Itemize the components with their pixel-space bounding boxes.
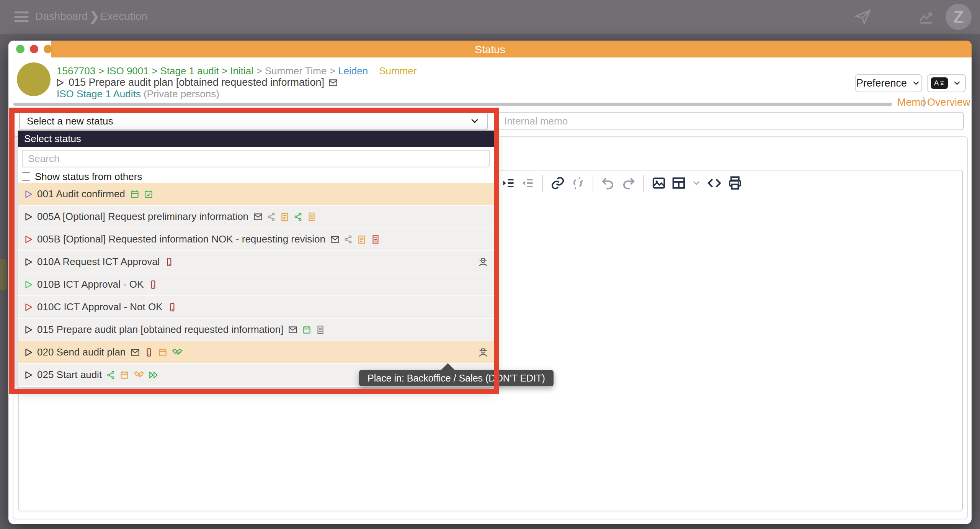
avatar[interactable]: Z bbox=[946, 4, 972, 30]
phone-icon bbox=[167, 302, 177, 312]
search-input[interactable] bbox=[22, 150, 490, 167]
translate-icon: A bbox=[931, 77, 948, 89]
unlink-icon[interactable] bbox=[570, 176, 585, 190]
fast-forward-icon bbox=[149, 370, 158, 380]
record-breadcrumb: 1567703 > ISO 9001 > Stage 1 audit > Ini… bbox=[57, 65, 416, 77]
calendar-icon bbox=[130, 189, 140, 199]
breadcrumb-separator: ❯ bbox=[89, 8, 100, 24]
breadcrumb-stage1[interactable]: Stage 1 audit bbox=[160, 65, 219, 77]
customer-avatar bbox=[17, 62, 51, 96]
envelope-icon bbox=[253, 212, 263, 222]
undo-icon[interactable] bbox=[601, 176, 616, 190]
language-button[interactable]: A bbox=[927, 74, 966, 92]
status-option-010B[interactable]: 010B ICT Approval - OK bbox=[18, 274, 494, 296]
status-option-010C[interactable]: 010C ICT Approval - Not OK bbox=[18, 296, 494, 319]
spy-icon bbox=[478, 347, 488, 358]
envelope-icon bbox=[130, 347, 140, 357]
tooltip: Place in: Backoffice / Sales (DON'T EDIT… bbox=[359, 370, 554, 386]
workflow-suffix: (Private persons) bbox=[144, 88, 219, 100]
play-icon bbox=[23, 302, 33, 312]
breadcrumb-summer-time: Summer Time bbox=[265, 65, 327, 77]
note-icon bbox=[280, 212, 290, 222]
handshake-icon bbox=[172, 347, 183, 358]
chart-line-icon[interactable] bbox=[918, 9, 934, 25]
workflow-link[interactable]: ISO Stage 1 Audits bbox=[57, 88, 141, 100]
menu-icon[interactable] bbox=[14, 11, 29, 22]
image-icon[interactable] bbox=[652, 176, 666, 190]
chevron-down-icon[interactable] bbox=[691, 178, 701, 188]
dropdown-header: Select status bbox=[18, 131, 494, 147]
play-icon bbox=[23, 370, 33, 380]
link-icon[interactable] bbox=[550, 176, 565, 190]
envelope-icon bbox=[328, 78, 338, 88]
status-option-015[interactable]: 015 Prepare audit plan [obtained request… bbox=[18, 319, 494, 341]
play-icon bbox=[23, 234, 33, 244]
calendar-icon bbox=[302, 325, 312, 335]
breadcrumb-iso9001[interactable]: ISO 9001 bbox=[107, 65, 149, 77]
play-icon bbox=[23, 325, 33, 335]
code-icon[interactable] bbox=[707, 175, 722, 191]
document-icon bbox=[307, 212, 317, 222]
show-status-checkbox[interactable] bbox=[22, 172, 30, 181]
outdent-icon[interactable] bbox=[521, 176, 534, 190]
play-icon bbox=[23, 257, 33, 267]
table-icon[interactable] bbox=[671, 176, 686, 190]
breadcrumb-leiden[interactable]: Leiden bbox=[338, 65, 368, 77]
print-icon[interactable] bbox=[727, 175, 743, 191]
share-icon bbox=[106, 370, 116, 380]
show-status-checkbox-row[interactable]: Show status from others bbox=[18, 170, 494, 183]
redo-icon[interactable] bbox=[621, 176, 635, 190]
current-status-title: 015 Prepare audit plan [obtained request… bbox=[55, 77, 338, 88]
status-select[interactable]: Select a new status bbox=[19, 112, 488, 130]
status-dropdown: Select status Show status from others 00… bbox=[18, 130, 494, 388]
tab-overview[interactable]: Overview bbox=[927, 97, 970, 108]
editor-toolbar bbox=[501, 173, 743, 193]
status-option-005B[interactable]: 005B [Optional] Requested information NO… bbox=[18, 228, 494, 251]
modal-title: Status bbox=[8, 44, 972, 56]
phone-icon bbox=[148, 280, 158, 290]
breadcrumb-execution[interactable]: Execution bbox=[100, 10, 147, 23]
share-icon bbox=[267, 212, 276, 221]
play-icon bbox=[23, 280, 33, 290]
chevron-down-icon bbox=[469, 116, 480, 126]
breadcrumb-dashboard[interactable]: Dashboard bbox=[35, 10, 88, 23]
phone-icon bbox=[164, 257, 174, 267]
calendar-check-icon bbox=[144, 189, 154, 199]
toolbar-divider bbox=[593, 175, 593, 192]
breadcrumb-summer: Summer bbox=[379, 65, 416, 77]
preference-button[interactable]: Preference bbox=[855, 74, 922, 92]
envelope-icon bbox=[288, 325, 298, 335]
status-option-001[interactable]: 001 Audit confirmed bbox=[18, 183, 494, 206]
breadcrumb-id[interactable]: 1567703 bbox=[57, 65, 95, 77]
status-option-020[interactable]: 020 Send audit plan bbox=[18, 341, 494, 364]
background-side-tab bbox=[0, 259, 7, 290]
indent-icon[interactable] bbox=[501, 176, 515, 190]
breadcrumb-initial[interactable]: Initial bbox=[230, 65, 253, 77]
envelope-icon bbox=[330, 234, 340, 244]
status-option-010A[interactable]: 010A Request ICT Approval bbox=[18, 251, 494, 274]
calendar-icon bbox=[158, 347, 168, 357]
share-icon bbox=[294, 212, 303, 221]
toolbar-divider bbox=[542, 175, 543, 192]
document-icon bbox=[315, 325, 325, 335]
tab-divider: | bbox=[923, 96, 925, 108]
phone-icon bbox=[144, 347, 154, 357]
play-icon bbox=[23, 212, 33, 222]
tab-memo[interactable]: Memo bbox=[897, 97, 926, 108]
handshake-icon bbox=[133, 369, 145, 381]
tooltip-arrow bbox=[440, 363, 456, 371]
chevron-down-icon bbox=[952, 79, 962, 88]
chevron-down-icon bbox=[911, 79, 921, 88]
status-list: 001 Audit confirmed 005A [Optional] Requ… bbox=[18, 183, 494, 387]
status-option-005A[interactable]: 005A [Optional] Request preliminary info… bbox=[18, 206, 494, 228]
paper-plane-icon[interactable] bbox=[854, 8, 871, 25]
header-divider bbox=[13, 103, 892, 106]
play-icon bbox=[55, 78, 65, 88]
share-icon bbox=[344, 235, 353, 244]
calendar-icon bbox=[119, 370, 129, 380]
checkbox-label: Show status from others bbox=[35, 171, 142, 183]
internal-memo-input[interactable] bbox=[497, 112, 964, 130]
toolbar-divider bbox=[643, 175, 644, 192]
play-icon bbox=[23, 189, 33, 199]
document-icon bbox=[371, 234, 381, 244]
